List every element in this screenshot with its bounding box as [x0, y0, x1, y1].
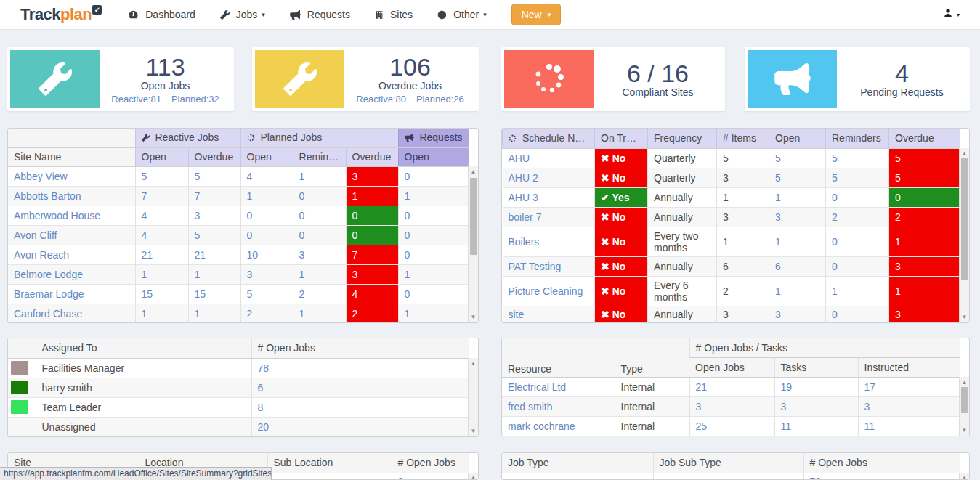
- col-header-site-name[interactable]: Site Name: [8, 147, 135, 166]
- col-header-items[interactable]: # Items: [717, 129, 769, 148]
- overdue-cell[interactable]: 3: [346, 166, 398, 186]
- schedule-link[interactable]: site: [509, 309, 525, 320]
- site-link[interactable]: Abbotts Barton: [14, 190, 81, 202]
- scrollbar[interactable]: ▲ ▼: [468, 166, 478, 322]
- scrollbar-thumb[interactable]: [961, 158, 968, 280]
- nav-dashboard[interactable]: Dashboard: [128, 9, 195, 20]
- col-header-reactive-overdue[interactable]: Overdue: [188, 147, 240, 166]
- col-header-reactive-open[interactable]: Open: [135, 147, 188, 166]
- new-button[interactable]: New ▾: [511, 4, 562, 25]
- scroll-up-icon[interactable]: ▲: [960, 474, 969, 480]
- nav-requests[interactable]: Requests: [290, 9, 350, 20]
- scroll-down-icon[interactable]: ▼: [960, 427, 969, 434]
- on-track-cell[interactable]: ✖ No: [595, 256, 648, 276]
- scroll-up-icon[interactable]: ▲: [960, 379, 969, 386]
- scroll-up-icon[interactable]: ▲: [469, 360, 478, 367]
- scroll-down-icon[interactable]: ▼: [960, 314, 969, 320]
- schedule-link[interactable]: AHU 3: [509, 192, 538, 203]
- site-link[interactable]: Avon Reach: [14, 249, 69, 261]
- site-link[interactable]: Amberwood House: [14, 210, 100, 221]
- col-header-tasks[interactable]: Tasks: [774, 357, 858, 377]
- schedule-link[interactable]: Picture Cleaning: [509, 285, 583, 297]
- open-jobs-link[interactable]: 76: [810, 476, 822, 480]
- on-track-cell[interactable]: ✖ No: [595, 207, 648, 227]
- col-header-job-type[interactable]: Job Type: [502, 453, 653, 473]
- col-header-assigned-to[interactable]: Assigned To: [36, 338, 251, 358]
- site-link[interactable]: Belmore Lodge: [14, 269, 83, 280]
- overdue-cell[interactable]: 1: [889, 276, 960, 306]
- col-header-reminders[interactable]: Reminders: [293, 147, 346, 166]
- overdue-cell[interactable]: 1: [889, 227, 960, 256]
- nav-other[interactable]: Other ▾: [437, 9, 487, 20]
- col-header-job-sub-type[interactable]: Job Sub Type: [653, 453, 803, 473]
- scrollbar-thumb[interactable]: [470, 178, 477, 255]
- col-header-planned-open[interactable]: Open: [240, 147, 293, 166]
- open-jobs-link[interactable]: 8: [398, 476, 404, 480]
- nav-jobs[interactable]: Jobs ▾: [220, 9, 265, 20]
- scrollbar-thumb[interactable]: [961, 387, 968, 413]
- scroll-up-icon[interactable]: ▲: [960, 150, 969, 157]
- overdue-cell[interactable]: 7: [346, 245, 398, 264]
- col-header-open-jobs[interactable]: Open Jobs: [689, 357, 774, 377]
- col-header-sub-location[interactable]: Sub Location: [267, 453, 392, 473]
- overdue-cell[interactable]: 2: [346, 304, 398, 323]
- scroll-down-icon[interactable]: ▼: [469, 314, 478, 320]
- site-link[interactable]: Braemar Lodge: [14, 288, 84, 300]
- on-track-cell[interactable]: ✔ Yes: [595, 187, 648, 207]
- on-track-cell[interactable]: ✖ No: [595, 148, 648, 168]
- overdue-cell[interactable]: 0: [346, 225, 398, 245]
- site-link[interactable]: Abbey View: [14, 171, 68, 182]
- nav-sites[interactable]: Sites: [375, 9, 413, 20]
- col-header-open-jobs[interactable]: # Open Jobs: [803, 453, 960, 473]
- reactive-count-link[interactable]: Reactive:80: [356, 94, 406, 105]
- reactive-jobs-group-header[interactable]: Reactive Jobs: [135, 129, 240, 147]
- scrollbar[interactable]: ▲ ▼: [959, 148, 969, 322]
- overdue-cell[interactable]: 3: [889, 306, 960, 322]
- on-track-cell[interactable]: ✖ No: [595, 227, 648, 256]
- col-header-requests-open[interactable]: Open: [398, 147, 469, 166]
- col-header-type[interactable]: Type: [615, 338, 689, 377]
- scroll-up-icon[interactable]: ▲: [469, 474, 478, 480]
- site-link[interactable]: Avon Cliff: [14, 229, 57, 241]
- col-header-frequency[interactable]: Frequency: [648, 129, 717, 148]
- scroll-up-icon[interactable]: ▲: [469, 168, 478, 175]
- open-jobs-link[interactable]: 6: [258, 382, 264, 394]
- schedule-link[interactable]: PAT Testing: [509, 261, 562, 272]
- on-track-cell[interactable]: ✖ No: [595, 306, 648, 322]
- col-header-resource[interactable]: Resource: [502, 338, 615, 377]
- scrollbar[interactable]: ▲ ▼: [468, 358, 478, 436]
- overdue-cell[interactable]: 0: [889, 187, 960, 207]
- open-jobs-link[interactable]: 20: [258, 421, 270, 433]
- requests-group-header[interactable]: Requests: [398, 129, 469, 147]
- overdue-cell[interactable]: 3: [889, 256, 960, 276]
- schedule-link[interactable]: boiler 7: [509, 211, 542, 223]
- open-jobs-link[interactable]: 8: [258, 402, 264, 413]
- resource-link[interactable]: mark cochrane: [508, 420, 575, 432]
- overdue-cell[interactable]: 5: [889, 148, 960, 168]
- col-header-planned-overdue[interactable]: Overdue: [346, 147, 398, 166]
- col-header-schedule-name[interactable]: Schedule Name: [503, 129, 595, 148]
- user-menu[interactable]: ▾: [943, 8, 960, 21]
- schedule-link[interactable]: AHU 2: [509, 172, 538, 184]
- col-header-open-jobs[interactable]: # Open Jobs: [392, 453, 469, 473]
- scrollbar[interactable]: ▲: [959, 473, 969, 479]
- col-header-reminders[interactable]: Reminders: [826, 129, 889, 148]
- overdue-cell[interactable]: 0: [346, 206, 398, 225]
- on-track-cell[interactable]: ✖ No: [595, 276, 648, 306]
- open-jobs-link[interactable]: 78: [258, 362, 270, 374]
- col-header-open[interactable]: Open: [769, 129, 826, 148]
- resource-link[interactable]: Electrical Ltd: [508, 381, 566, 393]
- overdue-cell[interactable]: 5: [889, 168, 960, 187]
- overdue-cell[interactable]: 4: [346, 284, 398, 304]
- planned-count-link[interactable]: Planned:26: [416, 94, 464, 105]
- schedule-link[interactable]: Boilers: [509, 236, 540, 248]
- overdue-cell[interactable]: 1: [346, 186, 398, 206]
- scroll-down-icon[interactable]: ▼: [469, 428, 478, 434]
- scrollbar[interactable]: ▲: [468, 473, 478, 479]
- col-header-open-jobs[interactable]: # Open Jobs: [251, 338, 469, 358]
- reactive-count-link[interactable]: Reactive:81: [111, 94, 161, 105]
- planned-count-link[interactable]: Planned:32: [171, 94, 219, 105]
- resource-link[interactable]: fred smith: [508, 401, 552, 412]
- on-track-cell[interactable]: ✖ No: [595, 168, 648, 187]
- site-link[interactable]: Canford Chase: [14, 308, 82, 320]
